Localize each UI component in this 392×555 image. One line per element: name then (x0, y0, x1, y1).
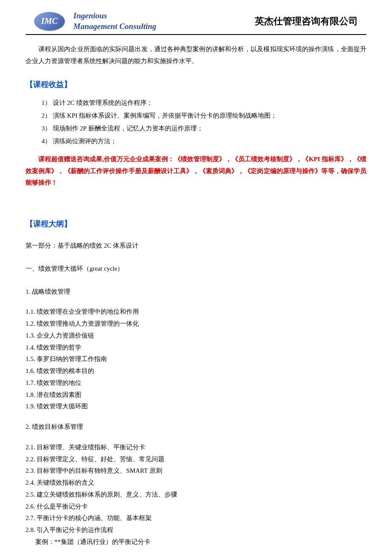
outline-item: 1.3. 企业人力资源价值链 (26, 330, 366, 342)
outline-item: 2.3. 目标管理中的目标有独特意义、SMART 原则 (26, 465, 366, 477)
bonus-note: 课程超值赠送咨询成果,价值万元企业成果案例：《绩效管理制度》，《员工绩效考核制度… (26, 153, 366, 189)
header-divider (26, 34, 366, 35)
outline-item: 1.4. 绩效管理的哲学 (26, 342, 366, 354)
outline-content: 第一部分：基于战略的绩效 2C 体系设计 一、绩效管理大循环（great cyc… (26, 240, 366, 555)
outline-item: 2.1. 目标管理、关键业绩指标、平衡记分卡 (26, 442, 366, 454)
section-outline-title: 【课程大纲】 (26, 219, 366, 229)
outline-item: 1.7. 绩效管理的地位 (26, 377, 366, 389)
company-english-name: Ingenious Management Consulting (73, 11, 156, 32)
benefit-item: 1） 设计 2C 绩效管理系统的运作程序； (42, 96, 367, 109)
company-chinese-name: 英杰仕管理咨询有限公司 (255, 15, 358, 28)
outline-item: 1.6. 绩效管理的根本目的 (26, 365, 366, 377)
benefits-list: 1） 设计 2C 绩效管理系统的运作程序； 2） 演练 KPI 指标体系设计、案… (42, 96, 367, 147)
logo-icon: IMC (34, 12, 65, 31)
benefit-item: 4） 演练岗位测评的方法； (42, 135, 367, 147)
outline-item: 2.5. 建立关键绩效指标体系的原则、意义、方法、步骤 (26, 489, 366, 501)
benefit-item: 2） 演练 KPI 指标体系设计、案例库编写，并依据平衡计分卡的原理绘制战略地图… (42, 109, 367, 122)
benefit-item: 3） 现场制作 2P 薪酬全流程，记忆人力资本的运作原理； (42, 122, 367, 135)
outline-topic-1: 1. 战略绩效管理 (26, 286, 366, 298)
intro-paragraph: 课程从国内企业所面临的实际问题出发，通过各种典型案例的讲解和分析，以及模拟现实环… (26, 43, 366, 67)
outline-item: 1.5. 泰罗归纳的管理工作指南 (26, 353, 366, 365)
outline-item: 1.8. 潜在绩效因素图 (26, 389, 366, 401)
outline-item: 2.8. 引入平衡记分卡的运作流程 (26, 524, 366, 536)
outline-item: 1.1. 绩效管理在企业管理中的地位和作用 (26, 306, 366, 318)
outline-item: 1.2. 绩效管理推动人力资源管理的一体化 (26, 318, 366, 330)
outline-case: 案例：**集团（通讯行业）的平衡记分卡 (26, 536, 366, 548)
document-page: IMC Ingenious Management Consulting 英杰仕管… (0, 0, 392, 555)
en-line-1: Ingenious (73, 11, 107, 20)
outline-item: 2.4. 关键绩效指标的含义 (26, 477, 366, 489)
outline-section-1: 一、绩效管理大循环（great cycle） (26, 263, 366, 275)
section-benefits-title: 【课程收益】 (26, 79, 366, 90)
outline-item: 2.7. 平衡计分卡的核心内涵、功能、基本框架 (26, 512, 366, 524)
en-line-2: Management Consulting (73, 22, 156, 31)
outline-item: 2.6. 什么是平衡记分卡 (26, 501, 366, 513)
outline-topic-2: 2. 绩效目标体系管理 (26, 421, 366, 433)
outline-item: 2.2. 目标管理定义、特征、好处、苦恼、常见问题 (26, 454, 366, 465)
outline-item: 1.9. 绩效管理大循环图 (26, 401, 366, 413)
outline-part-1: 第一部分：基于战略的绩效 2C 体系设计 (26, 240, 366, 252)
page-header: IMC Ingenious Management Consulting 英杰仕管… (26, 11, 366, 32)
